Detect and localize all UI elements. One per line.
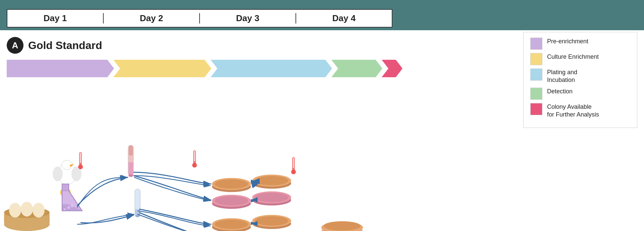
petri-dish-4 <box>252 191 291 205</box>
timeline-container: Day 1 Day 2 Day 3 Day 4 <box>0 0 402 30</box>
arrow-plating <box>211 60 332 77</box>
legend-swatch-detection <box>530 88 542 100</box>
svg-point-36 <box>255 216 288 226</box>
svg-point-24 <box>255 176 288 185</box>
svg-point-9 <box>128 174 133 177</box>
arrow-bar-svg <box>7 60 402 77</box>
thermometer-2 <box>192 150 197 168</box>
legend-item-detection: Detection <box>530 88 630 100</box>
section-label: A <box>7 37 23 54</box>
petri-dish-stack <box>321 221 363 231</box>
bubble-2 <box>64 208 66 210</box>
legend-label-plating: Plating andIncubation <box>547 68 577 84</box>
legend-swatch-plating <box>530 68 542 81</box>
svg-point-14 <box>192 163 197 168</box>
arrow-culture <box>113 60 211 77</box>
thermometer-3 <box>291 157 296 174</box>
legend-box: Pre-enrichment Culture Enrichment Platin… <box>523 32 637 128</box>
petri-dish-7 <box>252 215 291 229</box>
egg-3 <box>33 203 45 218</box>
header-bar: Day 1 Day 2 Day 3 Day 4 <box>0 0 644 30</box>
day-2-label: Day 2 <box>104 13 200 24</box>
illustration-svg <box>0 80 409 231</box>
svg-point-50 <box>324 221 361 231</box>
egg-1 <box>9 203 21 218</box>
svg-point-18 <box>215 179 248 189</box>
svg-point-1 <box>78 165 83 169</box>
legend-label-colony: Colony Availablefor Further Analysis <box>547 103 599 119</box>
svg-rect-42 <box>293 158 294 168</box>
legend-swatch-colony <box>530 103 542 115</box>
svg-marker-4 <box>62 184 69 191</box>
bubble-3 <box>70 204 74 207</box>
test-tube-top <box>128 145 133 177</box>
legend-item-culture: Culture Enrichment <box>530 53 630 65</box>
petri-dish-2 <box>212 195 251 209</box>
svg-rect-15 <box>194 151 195 161</box>
section-title-text: Gold Standard <box>28 39 102 52</box>
timeline-box: Day 1 Day 2 Day 3 Day 4 <box>7 9 392 28</box>
svg-rect-8 <box>128 162 133 176</box>
arrow-tube-to-plates-top <box>134 176 211 186</box>
svg-rect-7 <box>129 145 133 155</box>
svg-point-21 <box>215 196 248 205</box>
petri-dish-5 <box>212 218 251 231</box>
arrow-colony <box>382 60 402 77</box>
legend-item-pre-enrichment: Pre-enrichment <box>530 38 630 50</box>
legend-label-detection: Detection <box>547 88 573 95</box>
main-content: A Gold Standard Pre-enrichment Culture E… <box>0 30 644 231</box>
chicken-wing-left <box>53 167 63 181</box>
thermometer-1 <box>78 152 83 169</box>
legend-item-colony: Colony Availablefor Further Analysis <box>530 103 630 119</box>
flow-tube1-dishes <box>133 172 211 184</box>
legend-item-plating: Plating andIncubation <box>530 68 630 84</box>
svg-point-30 <box>215 220 248 229</box>
legend-swatch-pre-enrichment <box>530 38 542 50</box>
arrow-pre-enrichment <box>7 60 114 77</box>
legend-swatch-culture <box>530 53 542 65</box>
svg-point-27 <box>255 193 288 202</box>
section-title: A Gold Standard <box>7 37 102 54</box>
day-3-label: Day 3 <box>200 13 296 24</box>
egg-2 <box>21 202 33 217</box>
arrow-eggs-to-tube-top <box>77 177 127 207</box>
svg-point-41 <box>291 170 296 174</box>
day-1-label: Day 1 <box>7 13 104 24</box>
arrow-detection <box>331 60 382 77</box>
legend-label-pre-enrichment: Pre-enrichment <box>547 38 588 45</box>
legend-label-culture: Culture Enrichment <box>547 53 599 61</box>
bubble-1 <box>67 206 70 209</box>
day-4-label: Day 4 <box>296 13 392 24</box>
petri-dish-1 <box>212 178 251 192</box>
svg-rect-2 <box>80 153 81 163</box>
arrow-tube-to-plates-top2 <box>134 177 211 201</box>
petri-dish-3 <box>252 175 291 189</box>
